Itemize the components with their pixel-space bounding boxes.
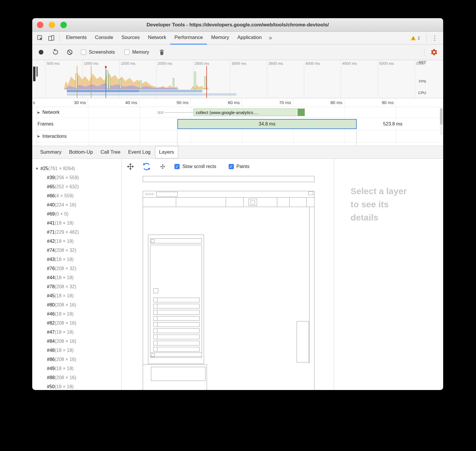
layer-tree-item[interactable]: #46 (18 × 18) bbox=[32, 309, 121, 318]
layer-tree-item[interactable]: #43 (18 × 18) bbox=[32, 255, 121, 264]
overview-lane-label: FPS bbox=[419, 79, 426, 84]
layer-id: #43 bbox=[47, 257, 55, 262]
details-tab-label: Summary bbox=[40, 149, 62, 155]
memory-toggle[interactable]: Memory bbox=[124, 50, 149, 55]
layer-tree-item[interactable]: #80 (208 × 16) bbox=[32, 300, 121, 309]
network-request-bar[interactable]: collect (www.google-analytics…. bbox=[193, 108, 305, 116]
overview-tick-label: 2000 ms bbox=[156, 61, 193, 66]
expand-network-icon[interactable]: ▶ bbox=[38, 111, 40, 114]
layers-3d-view[interactable]: Slow scroll rects Paints bbox=[122, 159, 334, 390]
layer-tree-item[interactable]: #69 (0 × 0) bbox=[32, 209, 121, 218]
panel-tab[interactable]: Network bbox=[144, 32, 170, 45]
layer-tree-item[interactable]: #49 (18 × 18) bbox=[32, 364, 121, 373]
expand-interactions-icon[interactable]: ▶ bbox=[38, 134, 40, 138]
capture-settings-gear-icon[interactable] bbox=[430, 48, 438, 56]
network-request-label: collect (www.google-analytics…. bbox=[194, 110, 297, 115]
slow-scroll-rects-checkbox[interactable] bbox=[174, 164, 180, 169]
layer-tree-item[interactable]: #82 (208 × 16) bbox=[32, 318, 121, 328]
panel-tab[interactable]: Console bbox=[91, 32, 117, 45]
panel-tab[interactable]: Performance bbox=[170, 32, 207, 45]
device-toolbar-icon[interactable] bbox=[46, 33, 56, 43]
screenshots-toggle[interactable]: Screenshots bbox=[81, 50, 115, 55]
layer-id: #45 bbox=[47, 293, 55, 299]
window-titlebar: Developer Tools - https://developers.goo… bbox=[32, 18, 443, 32]
layer-tree-item[interactable]: #86 (208 × 16) bbox=[32, 355, 121, 364]
layer-tree-item[interactable]: #42 (18 × 18) bbox=[32, 237, 121, 246]
layer-tree-item[interactable]: #78 (208 × 32) bbox=[32, 282, 121, 291]
layer-size: (18 × 18) bbox=[55, 311, 74, 317]
screenshots-checkbox[interactable] bbox=[81, 50, 86, 55]
layer-tree-item[interactable]: #50 (18 × 18) bbox=[32, 382, 121, 390]
tracks-scrollbar[interactable] bbox=[440, 108, 443, 135]
reset-view-icon[interactable] bbox=[159, 162, 167, 171]
panel-tab-label: Elements bbox=[66, 35, 87, 40]
layer-tree-item[interactable]: #84 (208 × 16) bbox=[32, 337, 121, 346]
overview-tick-label: 3500 ms bbox=[267, 61, 304, 66]
timeline-ruler[interactable]: s 30 ms 40 ms 50 ms 60 ms bbox=[32, 98, 443, 107]
panel-tab[interactable]: Memory bbox=[207, 32, 233, 45]
layers-wireframe-canvas[interactable] bbox=[122, 174, 334, 390]
paints-toggle[interactable]: Paints bbox=[229, 164, 249, 169]
memory-checkbox[interactable] bbox=[124, 50, 130, 55]
layer-tree-item[interactable]: #48 (18 × 18) bbox=[32, 346, 121, 355]
pan-mode-icon[interactable] bbox=[126, 162, 135, 171]
layer-tree[interactable]: ▼ #25 (761 × 8264) #39 (256 × 559) #65 bbox=[32, 159, 122, 390]
details-tab[interactable]: Summary bbox=[36, 146, 65, 158]
scrollbar-thumb[interactable] bbox=[440, 108, 443, 125]
paints-checkbox[interactable] bbox=[229, 164, 234, 169]
layer-tree-item[interactable]: #47 (18 × 18) bbox=[32, 328, 121, 337]
panel-tab[interactable]: Application bbox=[233, 32, 266, 45]
layer-id: #86 bbox=[47, 357, 55, 362]
layer-size: (208 × 16) bbox=[55, 321, 76, 326]
trash-icon[interactable] bbox=[159, 49, 165, 56]
devtools-menu-icon[interactable]: ⋮ bbox=[429, 34, 440, 42]
layer-tree-item[interactable]: #88 (208 × 16) bbox=[32, 373, 121, 382]
details-tab[interactable]: Event Log bbox=[124, 146, 154, 158]
network-track-header[interactable]: ▶ Network bbox=[32, 110, 59, 115]
layer-id: #42 bbox=[47, 239, 55, 244]
layer-tree-item[interactable]: #76 (208 × 32) bbox=[32, 264, 121, 273]
layer-tree-item[interactable]: #41 (18 × 18) bbox=[32, 218, 121, 228]
layer-tree-item[interactable]: #74 (208 × 32) bbox=[32, 246, 121, 255]
selected-frame-bar[interactable]: 34.8 ms bbox=[177, 119, 357, 129]
network-track-row[interactable]: ▶ Network collect (www.google-analytics…… bbox=[32, 107, 443, 118]
clear-recording-icon[interactable] bbox=[66, 49, 73, 56]
slow-scroll-rects-toggle[interactable]: Slow scroll rects bbox=[174, 164, 216, 169]
timeline-overview[interactable]: 500 ms 1000 ms 1500 ms 2000 ms bbox=[32, 60, 443, 98]
memory-label: Memory bbox=[132, 50, 149, 55]
console-warning-badge[interactable]: 2 bbox=[410, 35, 420, 41]
frames-track-row[interactable]: Frames 34.8 ms 523.8 ms bbox=[32, 118, 443, 130]
layer-id: #66 bbox=[47, 193, 55, 199]
layer-tree-item[interactable]: #40 (224 × 16) bbox=[32, 200, 121, 209]
details-tab[interactable]: Layers bbox=[155, 146, 178, 158]
layer-tree-item[interactable]: #65 (252 × 632) bbox=[32, 182, 121, 191]
layer-tree-item[interactable]: #71 (229 × 482) bbox=[32, 228, 121, 237]
interactions-track-header[interactable]: ▶ Interactions bbox=[32, 134, 67, 139]
minimize-window-button[interactable] bbox=[49, 22, 55, 28]
layer-tree-item[interactable]: #45 (18 × 18) bbox=[32, 291, 121, 300]
layer-tree-item[interactable]: #44 (18 × 18) bbox=[32, 273, 121, 282]
details-tab[interactable]: Bottom-Up bbox=[65, 146, 97, 158]
details-tab[interactable]: Call Tree bbox=[97, 146, 124, 158]
close-window-button[interactable] bbox=[37, 22, 43, 28]
more-panels-chevron-icon[interactable]: » bbox=[266, 34, 275, 41]
reload-and-profile-icon[interactable] bbox=[52, 49, 59, 56]
overview-tick-label: 3000 ms bbox=[230, 61, 267, 66]
panel-tabs: Elements Console Sources Network bbox=[62, 32, 266, 45]
layer-tree-root[interactable]: ▼ #25 (761 × 8264) bbox=[32, 164, 121, 173]
cpu-activity-chart bbox=[32, 60, 443, 98]
record-button[interactable] bbox=[39, 50, 43, 55]
layer-tree-item[interactable]: #39 (256 × 559) bbox=[32, 173, 121, 182]
panel-tab[interactable]: Sources bbox=[117, 32, 144, 45]
rotate-mode-icon[interactable] bbox=[142, 162, 151, 171]
layer-tree-item[interactable]: #66 (4 × 559) bbox=[32, 191, 121, 200]
zoom-window-button[interactable] bbox=[60, 22, 67, 28]
collapse-layer-icon[interactable]: ▼ bbox=[35, 167, 40, 171]
frames-track-label: Frames bbox=[38, 121, 53, 127]
panel-tab[interactable]: Elements bbox=[62, 32, 91, 45]
inspect-element-icon[interactable] bbox=[35, 33, 45, 43]
ruler-partial-label: s bbox=[33, 100, 35, 105]
slow-scroll-rects-label: Slow scroll rects bbox=[182, 164, 216, 169]
layer-size: (18 × 18) bbox=[55, 384, 74, 389]
interactions-track-row[interactable]: ▶ Interactions bbox=[32, 130, 443, 143]
